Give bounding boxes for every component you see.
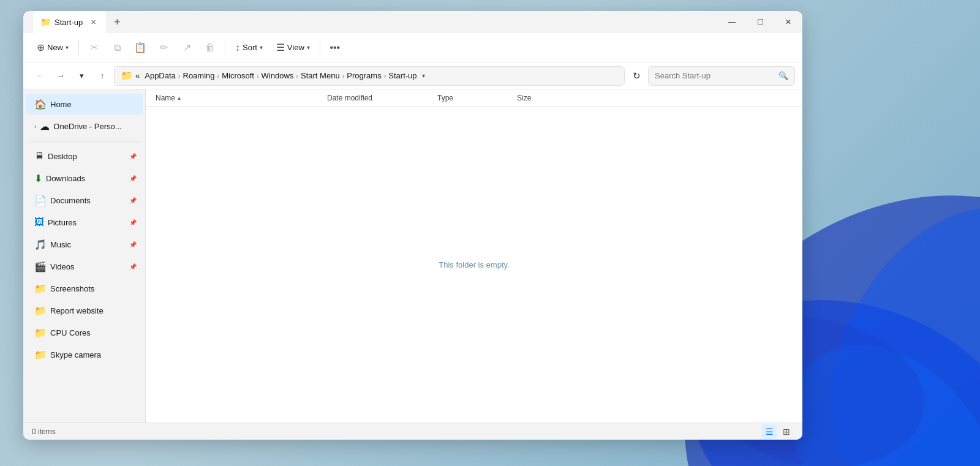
status-view-controls: ☰ ⊞ [762,424,794,439]
sidebar-pictures-label: Pictures [48,218,126,227]
sort-button[interactable]: ↕ Sort ▾ [229,39,269,57]
maximize-button[interactable]: ☐ [746,11,774,33]
toolbar-separator-1 [78,40,79,55]
desktop-pin-icon: 📌 [129,153,137,160]
new-button[interactable]: ⊕ New ▾ [31,38,75,57]
music-pin-icon: 📌 [129,241,137,248]
sidebar-item-desktop[interactable]: 🖥 Desktop 📌 [26,146,143,167]
new-tab-button[interactable]: + [108,13,126,31]
items-count: 0 items [32,427,56,436]
sidebar-item-home[interactable]: 🏠 Home [26,94,143,115]
more-button[interactable]: ••• [324,37,346,59]
downloads-icon: ⬇ [34,173,42,184]
sidebar-desktop-label: Desktop [48,152,126,161]
view-label: View [287,43,304,52]
report-website-icon: 📁 [34,305,47,317]
search-box[interactable]: 🔍 [648,66,795,86]
breadcrumb-appdata: AppData [145,71,176,80]
tab-folder-icon: 📁 [40,17,51,27]
sidebar-item-skype-camera[interactable]: 📁 Skype camera [26,344,143,365]
onedrive-icon: ☁ [40,121,50,132]
share-button[interactable]: ↗ [176,37,198,59]
sidebar-item-downloads[interactable]: ⬇ Downloads 📌 [26,168,143,189]
copy-button[interactable]: ⧉ [106,37,128,59]
col-header-type[interactable]: Type [435,92,514,103]
address-dropdown-icon: ▾ [422,72,425,79]
documents-pin-icon: 📌 [129,197,137,204]
file-area: Name ▲ Date modified Type Size This fold… [146,89,802,423]
tab-title: Start-up [55,18,83,27]
column-headers: Name ▲ Date modified Type Size [146,89,802,107]
sidebar-item-music[interactable]: 🎵 Music 📌 [26,234,143,255]
delete-button[interactable]: 🗑 [199,37,221,59]
col-header-name[interactable]: Name ▲ [153,92,325,103]
sidebar-item-report-website[interactable]: 📁 Report website [26,300,143,321]
forward-button[interactable]: → [51,67,70,85]
cut-button[interactable]: ✂ [83,37,105,59]
view-chevron-icon: ▾ [307,44,310,51]
toolbar-separator-3 [320,40,320,55]
sidebar-cpu-cores-label: CPU Cores [50,328,137,337]
videos-pin-icon: 📌 [129,263,137,270]
content-area: 🏠 Home › ☁ OneDrive - Perso... 🖥 Desktop… [23,89,802,423]
explorer-window: 📁 Start-up ✕ + — ☐ ✕ ⊕ New ▾ ✂ ⧉ 📋 ✏ ↗ 🗑… [23,11,802,440]
skype-camera-icon: 📁 [34,349,47,361]
title-bar: 📁 Start-up ✕ + — ☐ ✕ [23,11,802,33]
search-icon: 🔍 [778,71,788,80]
recent-locations-button[interactable]: ▾ [72,67,91,85]
refresh-button[interactable]: ↻ [627,67,646,85]
sidebar-music-label: Music [50,240,126,249]
sidebar-skype-camera-label: Skype camera [50,350,137,359]
downloads-pin-icon: 📌 [129,175,137,182]
music-icon: 🎵 [34,239,47,250]
minimize-button[interactable]: — [718,11,746,33]
sidebar-home-label: Home [50,100,137,109]
sidebar-item-screenshots[interactable]: 📁 Screenshots [26,278,143,299]
toolbar: ⊕ New ▾ ✂ ⧉ 📋 ✏ ↗ 🗑 ↕ Sort ▾ ☰ View ▾ ••… [23,33,802,62]
search-input[interactable] [655,71,775,80]
sidebar-item-cpu-cores[interactable]: 📁 CPU Cores [26,322,143,343]
active-tab[interactable]: 📁 Start-up ✕ [33,11,106,33]
new-label: New [47,43,63,52]
sidebar-documents-label: Documents [50,196,126,205]
address-folder-icon: 📁 [121,70,133,81]
col-header-date[interactable]: Date modified [325,92,435,103]
breadcrumb-programs: Programs [347,71,381,80]
col-name-sort-icon: ▲ [176,95,182,101]
close-button[interactable]: ✕ [774,11,802,33]
grid-view-button[interactable]: ⊞ [779,424,794,439]
sidebar-item-videos[interactable]: 🎬 Videos 📌 [26,256,143,277]
breadcrumb-startup: Start-up [388,71,417,80]
toolbar-separator-2 [225,40,225,55]
sidebar-item-pictures[interactable]: 🖼 Pictures 📌 [26,212,143,233]
new-icon: ⊕ [37,42,45,53]
breadcrumb-windows: Windows [262,71,294,80]
col-size-label: Size [517,94,531,102]
status-bar: 0 items ☰ ⊞ [23,423,802,440]
screenshots-icon: 📁 [34,283,47,295]
desktop-icon: 🖥 [34,151,44,162]
breadcrumb: « AppData › Roaming › Microsoft › Window… [135,71,417,80]
breadcrumb-microsoft: Microsoft [222,71,254,80]
rename-button[interactable]: ✏ [153,37,175,59]
breadcrumb-startmenu: Start Menu [301,71,340,80]
cpu-cores-icon: 📁 [34,327,47,339]
tab-close-button[interactable]: ✕ [88,17,99,28]
sidebar-divider-1 [29,141,139,141]
sidebar-item-onedrive[interactable]: › ☁ OneDrive - Perso... [26,116,143,137]
col-type-label: Type [437,94,453,102]
col-header-size[interactable]: Size [514,92,576,103]
sidebar-item-documents[interactable]: 📄 Documents 📌 [26,190,143,211]
file-list-content: This folder is empty. [146,107,802,423]
breadcrumb-roaming: Roaming [183,71,215,80]
col-name-label: Name [156,94,175,102]
list-view-button[interactable]: ☰ [762,424,777,439]
sort-label: Sort [243,43,257,52]
back-button[interactable]: ← [31,67,49,85]
view-button[interactable]: ☰ View ▾ [270,38,316,57]
sidebar-onedrive-label: OneDrive - Perso... [53,122,137,131]
paste-button[interactable]: 📋 [129,37,151,59]
up-button[interactable]: ↑ [93,67,111,85]
address-bar[interactable]: 📁 « AppData › Roaming › Microsoft › Wind… [114,66,625,86]
videos-icon: 🎬 [34,261,47,272]
